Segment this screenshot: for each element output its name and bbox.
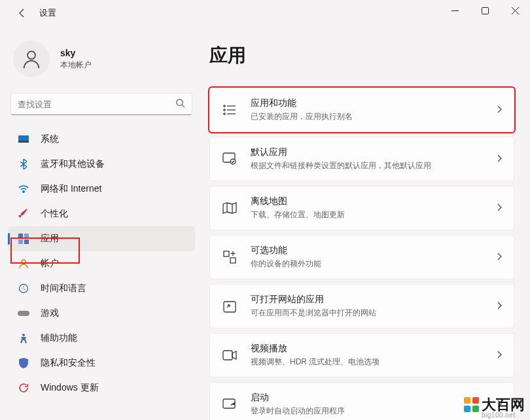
accessibility-icon [17, 332, 30, 345]
sidebar-item-label: Windows 更新 [41, 382, 99, 394]
svg-line-6 [182, 105, 185, 107]
card-list: 应用和功能 已安装的应用，应用执行别名 默认应用 根据文件和链接种类设置的默认应… [209, 88, 514, 420]
nav-list: 系统 蓝牙和其他设备 网络和 Internet 个性化 [8, 127, 195, 400]
sidebar-item-label: 辅助功能 [41, 332, 77, 344]
gamepad-icon [17, 307, 30, 320]
svg-point-22 [224, 113, 225, 114]
open-external-icon [222, 298, 238, 314]
search-box[interactable] [10, 93, 192, 115]
watermark-name: 大百网 [482, 398, 525, 412]
chevron-right-icon [497, 104, 502, 116]
bluetooth-icon [17, 158, 30, 171]
map-icon [222, 200, 238, 216]
clock-globe-icon [17, 282, 30, 295]
close-icon [512, 7, 519, 14]
svg-rect-12 [18, 239, 23, 244]
svg-rect-33 [223, 351, 232, 360]
titlebar: 设置 [0, 0, 530, 26]
svg-point-25 [230, 159, 236, 164]
close-button[interactable] [500, 0, 530, 21]
page-title: 应用 [209, 43, 514, 68]
svg-rect-1 [482, 7, 488, 14]
sidebar: sky 本地帐户 系统 蓝牙和其他设备 [0, 26, 203, 420]
chevron-right-icon [497, 349, 502, 361]
sidebar-item-accessibility[interactable]: 辅助功能 [8, 326, 195, 351]
sidebar-item-system[interactable]: 系统 [8, 127, 195, 152]
sidebar-item-label: 蓝牙和其他设备 [41, 158, 105, 170]
card-title: 可选功能 [251, 245, 497, 256]
card-sub: 视频调整、HDR 流式处理、电池选项 [251, 357, 497, 368]
svg-point-5 [177, 99, 183, 105]
chevron-right-icon [497, 300, 502, 312]
sidebar-item-network[interactable]: 网络和 Internet [8, 177, 195, 201]
card-title: 视频播放 [251, 343, 497, 355]
card-apps-for-websites[interactable]: 可打开网站的应用 可在应用而不是浏览器中打开的网站 [209, 284, 514, 328]
svg-point-17 [22, 334, 25, 336]
sidebar-item-bluetooth[interactable]: 蓝牙和其他设备 [8, 152, 195, 177]
default-apps-icon [222, 151, 238, 167]
card-title: 默认应用 [251, 147, 497, 158]
back-button[interactable] [16, 7, 29, 20]
svg-point-9 [23, 191, 24, 192]
card-offline-maps[interactable]: 离线地图 下载、存储位置、地图更新 [209, 186, 514, 230]
card-apps-features[interactable]: 应用和功能 已安装的应用，应用执行别名 [209, 88, 514, 132]
card-sub: 下载、存储位置、地图更新 [251, 209, 497, 220]
sidebar-item-windows-update[interactable]: Windows 更新 [8, 376, 195, 400]
user-type: 本地帐户 [60, 60, 92, 71]
chevron-right-icon [497, 202, 502, 214]
sidebar-item-label: 系统 [41, 133, 59, 145]
card-video-playback[interactable]: 视频播放 视频调整、HDR 流式处理、电池选项 [209, 333, 514, 377]
card-optional-features[interactable]: 可选功能 你的设备的额外功能 [209, 235, 514, 279]
sidebar-item-gaming[interactable]: 游戏 [8, 301, 195, 326]
sidebar-item-label: 隐私和安全性 [41, 357, 96, 369]
maximize-button[interactable] [470, 0, 500, 21]
card-title: 应用和功能 [251, 97, 497, 109]
card-title: 启动 [251, 392, 497, 404]
svg-point-4 [27, 51, 35, 59]
card-sub: 已安装的应用，应用执行别名 [251, 111, 497, 122]
minimize-icon [451, 7, 459, 14]
svg-rect-28 [224, 251, 229, 256]
svg-rect-29 [230, 258, 236, 263]
card-title: 离线地图 [251, 196, 497, 207]
watermark-url: big100.net [482, 412, 525, 419]
main-content: 应用 应用和功能 已安装的应用，应用执行别名 默认应用 [203, 26, 530, 420]
card-sub: 根据文件和链接种类设置的默认应用，其他默认应用 [251, 160, 497, 171]
card-sub: 登录时自动启动的应用程序 [251, 406, 497, 417]
svg-rect-11 [24, 234, 29, 238]
video-icon [222, 347, 238, 363]
search-input[interactable] [18, 99, 175, 109]
person-icon [20, 48, 43, 70]
sidebar-item-label: 帐户 [41, 258, 59, 270]
card-sub: 你的设备的额外功能 [251, 258, 497, 270]
sidebar-item-personalization[interactable]: 个性化 [8, 201, 195, 226]
sidebar-item-time-language[interactable]: 时间和语言 [8, 276, 195, 301]
card-title: 可打开网站的应用 [251, 294, 497, 306]
user-block[interactable]: sky 本地帐户 [8, 35, 195, 88]
wifi-icon [17, 183, 30, 196]
sidebar-item-accounts[interactable]: 帐户 [8, 251, 195, 276]
sidebar-item-privacy[interactable]: 隐私和安全性 [8, 351, 195, 376]
shield-icon [17, 357, 30, 370]
add-feature-icon [222, 249, 238, 265]
sidebar-item-label: 时间和语言 [41, 283, 86, 294]
minimize-button[interactable] [440, 0, 470, 21]
update-icon [17, 381, 30, 394]
apps-icon [17, 232, 30, 245]
avatar [13, 41, 50, 77]
chevron-right-icon [497, 251, 502, 263]
monitor-icon [17, 133, 30, 146]
account-icon [17, 257, 30, 270]
svg-point-18 [224, 105, 225, 107]
svg-rect-16 [18, 311, 29, 316]
username: sky [60, 48, 92, 58]
brush-icon [17, 207, 30, 220]
list-icon [222, 102, 238, 118]
svg-rect-8 [18, 141, 29, 143]
maximize-icon [482, 7, 489, 14]
card-sub: 可在应用而不是浏览器中打开的网站 [251, 307, 497, 319]
card-default-apps[interactable]: 默认应用 根据文件和链接种类设置的默认应用，其他默认应用 [209, 137, 514, 181]
sidebar-item-apps[interactable]: 应用 [8, 226, 195, 251]
svg-rect-10 [18, 234, 23, 238]
sidebar-item-label: 游戏 [41, 307, 59, 319]
